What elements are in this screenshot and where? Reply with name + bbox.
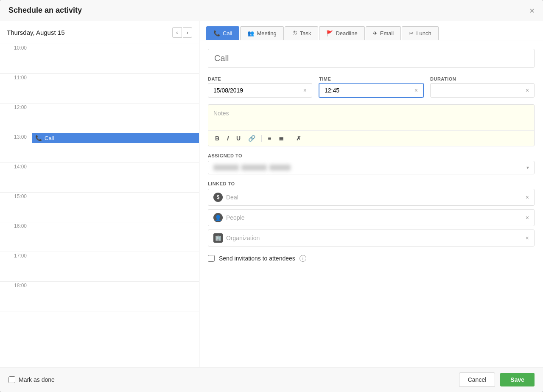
assigned-to-select[interactable]: ▾ bbox=[208, 161, 535, 174]
cancel-button[interactable]: Cancel bbox=[459, 372, 495, 387]
tab-deadline[interactable]: 🚩 Deadline bbox=[319, 26, 364, 40]
clear-format-button[interactable]: ✗ bbox=[294, 134, 303, 143]
duration-clear-button[interactable]: × bbox=[526, 87, 529, 94]
deadline-tab-label: Deadline bbox=[336, 30, 357, 36]
activity-name-input[interactable] bbox=[208, 49, 535, 68]
save-button[interactable]: Save bbox=[500, 373, 535, 386]
organization-icon: 🏢 bbox=[213, 233, 223, 243]
form-content: DATE × TIME × bbox=[199, 40, 543, 367]
time-group: TIME × bbox=[319, 76, 423, 98]
toolbar-sep bbox=[261, 135, 262, 142]
time-row: 18:00 bbox=[0, 282, 199, 311]
call-tab-icon: 📞 bbox=[213, 30, 220, 36]
mark-done-label: Mark as done bbox=[19, 376, 55, 383]
time-label: 18:00 bbox=[0, 282, 32, 288]
deal-placeholder: Deal bbox=[226, 194, 238, 201]
people-clear-button[interactable]: × bbox=[526, 214, 529, 221]
call-icon: 📞 bbox=[35, 135, 42, 141]
date-input-field[interactable]: × bbox=[208, 83, 312, 98]
people-field[interactable]: 👤 People × bbox=[208, 209, 535, 226]
organization-field[interactable]: 🏢 Organization × bbox=[208, 230, 535, 246]
time-row: 14:00 bbox=[0, 163, 199, 193]
duration-input[interactable] bbox=[436, 87, 526, 94]
time-input[interactable] bbox=[325, 87, 414, 94]
time-slot bbox=[32, 74, 199, 103]
meeting-tab-label: Meeting bbox=[257, 30, 276, 36]
date-clear-button[interactable]: × bbox=[303, 87, 307, 94]
time-label: 13:00 bbox=[0, 133, 32, 140]
time-label: 12:00 bbox=[0, 104, 32, 110]
send-invitations-checkbox[interactable] bbox=[208, 255, 215, 262]
notes-toolbar: B I U 🔗 ≡ ≣ ✗ bbox=[208, 130, 534, 146]
toolbar-sep bbox=[290, 135, 290, 142]
time-row: 17:00 bbox=[0, 252, 199, 282]
time-row-13: 13:00 📞 Call bbox=[0, 133, 199, 163]
lunch-tab-label: Lunch bbox=[416, 30, 431, 36]
time-clear-button[interactable]: × bbox=[414, 87, 418, 94]
bullet-list-button[interactable]: ≡ bbox=[266, 134, 273, 143]
time-slot bbox=[32, 222, 199, 252]
deal-icon: $ bbox=[213, 193, 223, 202]
deal-clear-button[interactable]: × bbox=[526, 194, 529, 201]
assigned-blurred-1 bbox=[213, 165, 239, 171]
email-tab-icon: ✈ bbox=[373, 30, 378, 36]
time-slot bbox=[32, 44, 199, 73]
call-tab-label: Call bbox=[223, 30, 232, 36]
nav-next-button[interactable]: › bbox=[183, 27, 192, 38]
activity-tabs: 📞 Call 👥 Meeting ⏱ Task 🚩 Deadline bbox=[199, 21, 543, 40]
time-label: 15:00 bbox=[0, 193, 32, 199]
mark-done-checkbox[interactable] bbox=[8, 376, 15, 383]
info-icon[interactable]: i bbox=[299, 255, 306, 262]
italic-button[interactable]: I bbox=[225, 134, 230, 143]
time-row: 12:00 bbox=[0, 104, 199, 133]
tab-call[interactable]: 📞 Call bbox=[206, 26, 239, 40]
time-label: 11:00 bbox=[0, 74, 32, 81]
call-event-label: Call bbox=[45, 135, 54, 141]
deal-field[interactable]: $ Deal × bbox=[208, 189, 535, 206]
duration-input-field[interactable]: × bbox=[430, 83, 535, 98]
task-tab-icon: ⏱ bbox=[292, 30, 297, 36]
modal-body: Thursday, August 15 ‹ › 10:00 11:00 bbox=[0, 21, 543, 367]
modal-footer: Mark as done Cancel Save bbox=[0, 367, 543, 392]
time-label: 14:00 bbox=[0, 163, 32, 170]
duration-label: DURATION bbox=[430, 76, 535, 81]
tab-meeting[interactable]: 👥 Meeting bbox=[240, 26, 283, 40]
numbered-list-button[interactable]: ≣ bbox=[277, 134, 285, 143]
time-row: 10:00 bbox=[0, 44, 199, 74]
send-invitations-label: Send invitations to attendees bbox=[219, 255, 295, 262]
task-tab-label: Task bbox=[300, 30, 311, 36]
time-label: 10:00 bbox=[0, 44, 32, 51]
tab-email[interactable]: ✈ Email bbox=[366, 26, 401, 40]
mark-done-area: Mark as done bbox=[8, 376, 55, 383]
tab-task[interactable]: ⏱ Task bbox=[285, 26, 319, 40]
time-grid: 10:00 11:00 12:00 13:00 bbox=[0, 44, 199, 367]
organization-clear-button[interactable]: × bbox=[526, 235, 529, 241]
time-slot bbox=[32, 193, 199, 222]
date-input[interactable] bbox=[213, 87, 303, 94]
notes-placeholder[interactable]: Notes bbox=[208, 105, 534, 130]
schedule-activity-modal: Schedule an activity × Thursday, August … bbox=[0, 0, 543, 392]
lunch-tab-icon: ✂ bbox=[409, 30, 414, 36]
meeting-tab-icon: 👥 bbox=[247, 30, 254, 36]
organization-field-inner: 🏢 Organization bbox=[213, 233, 526, 243]
deadline-tab-icon: 🚩 bbox=[326, 30, 333, 36]
time-row: 11:00 bbox=[0, 74, 199, 104]
underline-button[interactable]: U bbox=[235, 134, 242, 143]
close-button[interactable]: × bbox=[529, 6, 535, 15]
linked-to-label: LINKED TO bbox=[208, 181, 535, 186]
calendar-panel: Thursday, August 15 ‹ › 10:00 11:00 bbox=[0, 21, 199, 367]
time-label-field: TIME bbox=[319, 76, 423, 81]
organization-placeholder: Organization bbox=[226, 235, 260, 241]
time-row: 16:00 bbox=[0, 222, 199, 252]
call-event[interactable]: 📞 Call bbox=[32, 133, 199, 143]
deal-field-inner: $ Deal bbox=[213, 193, 526, 202]
time-slot bbox=[32, 252, 199, 281]
tab-lunch[interactable]: ✂ Lunch bbox=[402, 26, 438, 40]
time-input-field[interactable]: × bbox=[319, 83, 423, 98]
link-button[interactable]: 🔗 bbox=[246, 134, 257, 143]
nav-prev-button[interactable]: ‹ bbox=[172, 27, 182, 38]
bold-button[interactable]: B bbox=[213, 134, 221, 143]
people-field-inner: 👤 People bbox=[213, 213, 526, 222]
calendar-nav: Thursday, August 15 ‹ › bbox=[0, 21, 199, 44]
assigned-to-label: ASSIGNED TO bbox=[208, 153, 535, 158]
